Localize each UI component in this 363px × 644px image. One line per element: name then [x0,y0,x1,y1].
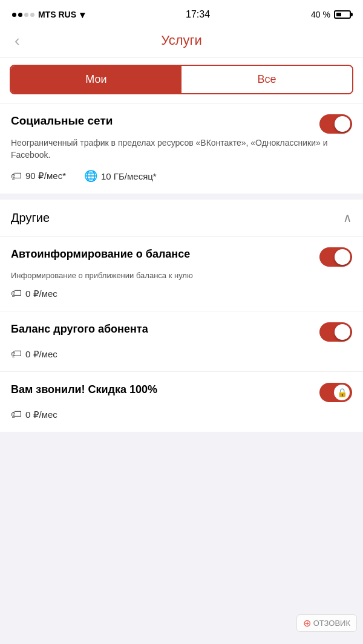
price-meta: 🏷 90 ₽/мес* [11,170,66,183]
toggle-item-2[interactable]: 🔒 [319,383,352,402]
status-time: 17:34 [186,9,210,20]
tab-group: Мои Все [10,65,353,94]
battery-percent: 40 % [311,10,330,19]
watermark: ⊕ ОТЗОВИК [296,614,357,632]
social-networks-title: Социальные сети [11,114,319,128]
tab-all[interactable]: Все [182,66,352,93]
price-text-2: 0 ₽/мес [25,409,57,420]
list-item: Автоинформирование о балансе Информирова… [0,236,363,311]
tabs-container: Мои Все [0,57,363,103]
item-description-0: Информирование о приближении баланса к н… [11,270,352,281]
toggle-item-0[interactable] [319,247,352,267]
list-item: Вам звонили! Скидка 100% 🔒 🏷 0 ₽/мес [0,372,363,432]
item-title-2: Вам звонили! Скидка 100% [11,383,319,397]
list-item: Баланс другого абонента 🏷 0 ₽/мес [0,311,363,372]
service-header: Социальные сети [11,114,352,134]
item-title-0: Автоинформирование о балансе [11,247,319,261]
service-meta: 🏷 90 ₽/мес* 🌐 10 ГБ/месяц* [11,169,352,183]
price-icon-2: 🏷 [11,408,22,421]
section-items: Автоинформирование о балансе Информирова… [0,236,363,432]
item-price-0: 🏷 0 ₽/мес [11,287,352,300]
wifi-icon: ▾ [80,9,85,21]
price-icon: 🏷 [11,170,22,183]
carrier-name: MTS RUS [38,10,76,19]
social-networks-toggle[interactable] [319,114,352,134]
traffic-value: 10 ГБ/месяц* [101,171,157,181]
back-button[interactable]: ‹ [10,30,25,51]
other-section-header[interactable]: Другие ∧ [0,200,363,236]
status-right: 40 % [311,10,351,19]
other-section-title: Другие [11,211,50,225]
watermark-icon: ⊕ [303,617,311,629]
nav-bar: ‹ Услуги [0,27,363,57]
traffic-meta: 🌐 10 ГБ/месяц* [84,169,157,183]
lock-icon: 🔒 [337,388,347,397]
globe-icon: 🌐 [84,169,97,183]
price-text-1: 0 ₽/мес [25,349,57,360]
social-networks-description: Неограниченный трафик в пределах ресурсо… [11,137,352,161]
chevron-up-icon: ∧ [343,210,352,225]
content: Социальные сети Неограниченный трафик в … [0,103,363,432]
status-bar: MTS RUS ▾ 17:34 40 % [0,0,363,27]
price-icon-1: 🏷 [11,348,22,360]
price-value: 90 ₽/мес* [25,171,66,181]
watermark-text: ОТЗОВИК [313,619,350,628]
price-text-0: 0 ₽/мес [25,288,57,299]
toggle-item-1[interactable] [319,322,352,342]
item-price-1: 🏷 0 ₽/мес [11,348,352,360]
signal-icon [12,13,34,17]
battery-icon [334,10,351,19]
item-title-1: Баланс другого абонента [11,322,319,336]
item-price-2: 🏷 0 ₽/мес [11,408,352,421]
tab-my[interactable]: Мои [11,66,182,93]
page-title: Услуги [161,33,202,48]
social-networks-card: Социальные сети Неограниченный трафик в … [0,103,363,194]
price-icon-0: 🏷 [11,287,22,300]
status-left: MTS RUS ▾ [12,9,85,21]
